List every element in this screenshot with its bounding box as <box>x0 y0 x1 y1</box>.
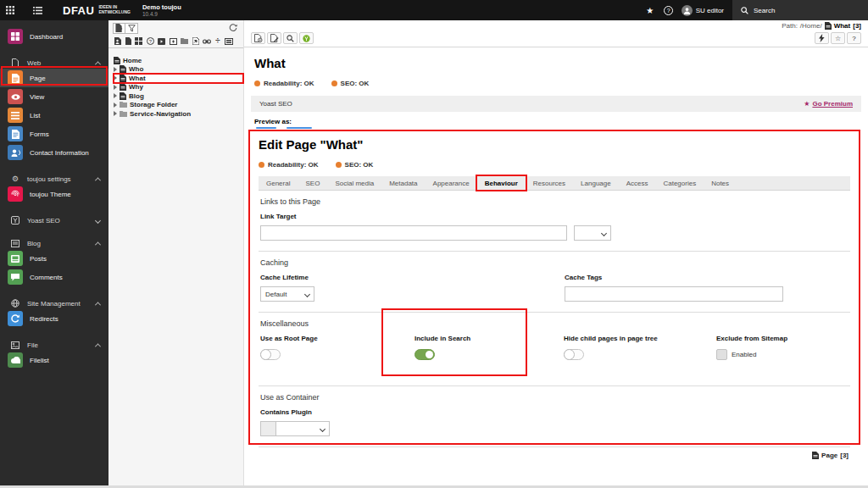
sidebar-section-toujou-settings[interactable]: ⚙ toujou settings <box>0 173 108 185</box>
tab-appearance[interactable]: Appearance <box>426 176 477 190</box>
page-person-icon[interactable] <box>114 37 121 45</box>
edit-page-button[interactable] <box>267 32 281 44</box>
use-as-root-page-toggle[interactable] <box>260 349 281 360</box>
sidebar-item-posts[interactable]: Posts <box>0 249 108 268</box>
sidebar-item-view[interactable]: View <box>0 87 108 106</box>
sidebar-item-label: Comments <box>30 274 63 281</box>
go-premium-link[interactable]: ★Go Premium <box>804 100 853 108</box>
exclude-from-sitemap-checkbox[interactable] <box>716 349 727 360</box>
tab-access[interactable]: Access <box>619 176 656 190</box>
sidebar-item-page[interactable]: Page <box>0 69 108 87</box>
site-version: 10.4.9 <box>142 11 181 17</box>
status-dot-icon <box>254 80 260 86</box>
help-icon[interactable]: ? <box>659 0 678 20</box>
help-button[interactable]: ? <box>847 32 861 44</box>
sidebar-item-toujou-theme[interactable]: toujou Theme <box>0 185 108 203</box>
sidebar-item-redirects[interactable]: Redirects <box>0 309 108 328</box>
cache-tags-input[interactable] <box>565 286 783 302</box>
content-area: Path: /Home/ What [3] ☆ ? What Readabili… <box>244 20 868 485</box>
cache-tags-label: Cache Tags <box>565 274 849 281</box>
new-page-button[interactable] <box>113 23 125 34</box>
cache-lightning-button[interactable] <box>815 32 829 44</box>
tree-item-what[interactable]: What <box>114 74 241 83</box>
tab-notes[interactable]: Notes <box>704 176 737 190</box>
path-page-id: [3] <box>853 22 861 30</box>
filter-button[interactable] <box>125 23 138 34</box>
sidebar-item-label: Posts <box>30 255 47 263</box>
expand-arrow-icon[interactable] <box>114 85 117 90</box>
cache-lifetime-label: Cache Lifetime <box>260 274 565 281</box>
site-info: Demo toujou 10.4.9 <box>142 3 181 17</box>
contains-plugin-label: Contains Plugin <box>260 408 849 416</box>
expand-arrow-icon[interactable] <box>114 111 117 116</box>
tree-item-storage-folder[interactable]: Storage Folder <box>114 101 241 110</box>
sidebar-item-list[interactable]: List <box>0 106 108 125</box>
sidebar-section-web[interactable]: Web <box>0 57 108 69</box>
tab-social-media[interactable]: Social media <box>327 176 381 190</box>
tree-item-why[interactable]: Why <box>114 83 241 92</box>
link-target-input[interactable] <box>260 225 567 241</box>
sidebar-section-file[interactable]: File <box>0 339 108 351</box>
view-page-button[interactable] <box>251 32 265 44</box>
sidebar-section-yoast-seo[interactable]: Yoast SEO <box>0 214 108 226</box>
user-menu[interactable]: SU editor <box>678 0 732 20</box>
fingerprint-icon <box>8 186 23 202</box>
sidebar-item-dashboard[interactable]: Dashboard <box>0 27 108 46</box>
sidebar-section-blog[interactable]: Blog <box>0 237 108 249</box>
tree-item-blog[interactable]: Blog <box>114 92 241 101</box>
menu-box-icon[interactable] <box>225 38 233 45</box>
tab-behaviour[interactable]: Behaviour <box>477 176 526 190</box>
tab-categories[interactable]: Categories <box>655 176 704 190</box>
sidebar-item-label: Redirects <box>30 315 58 323</box>
posts-icon <box>8 251 23 266</box>
tree-item-who[interactable]: Who <box>114 65 241 75</box>
expand-arrow-icon[interactable] <box>114 67 117 72</box>
tab-general[interactable]: General <box>259 176 298 190</box>
tree-item-home[interactable]: Home <box>114 56 241 65</box>
grid-icon[interactable] <box>135 37 142 45</box>
sidebar-item-filelist[interactable]: Filelist <box>0 351 108 369</box>
tab-metadata[interactable]: Metadata <box>381 176 425 190</box>
contains-plugin-select[interactable] <box>275 421 330 436</box>
tree-item-service-navigation[interactable]: Service-Navigation <box>114 109 241 119</box>
shortcut-page-icon[interactable] <box>192 37 199 45</box>
edit-page-form-annotation: Edit Page "What" Readability: OK SEO: OK… <box>248 130 860 445</box>
sidebar-item-forms[interactable]: Forms <box>0 125 108 143</box>
divider-icon[interactable]: ÷ <box>215 37 221 45</box>
section-miscellaneous: Miscellaneous Use as Root Page Include i… <box>259 313 850 386</box>
image-icon <box>10 341 20 349</box>
video-icon[interactable] <box>158 38 165 45</box>
yoast-button[interactable] <box>299 32 314 44</box>
hide-child-pages-toggle[interactable] <box>564 349 584 360</box>
bookmark-button[interactable]: ☆ <box>831 32 845 44</box>
plus-box-icon[interactable] <box>170 38 177 45</box>
tab-language[interactable]: Language <box>573 176 619 190</box>
sidebar-item-contact-information[interactable]: Contact Information <box>0 143 108 162</box>
page-icon[interactable] <box>125 37 131 45</box>
search-input[interactable]: Search <box>732 0 868 20</box>
folder-icon[interactable] <box>181 38 188 44</box>
module-list-icon[interactable] <box>27 0 47 20</box>
include-in-search-toggle[interactable] <box>415 349 435 360</box>
new-page-drag-area: ? ÷ <box>108 35 243 48</box>
sidebar-section-site-management[interactable]: Site Management <box>0 297 108 309</box>
readability-status: Readability: OK <box>259 161 319 169</box>
link-icon[interactable] <box>203 39 211 44</box>
docheader-right-buttons: ☆ ? <box>815 32 861 44</box>
sidebar-item-label: Filelist <box>30 357 49 364</box>
apps-grid-icon[interactable] <box>0 0 20 20</box>
refresh-icon[interactable] <box>227 23 239 34</box>
link-target-select[interactable] <box>574 225 611 241</box>
bookmark-star-icon[interactable]: ★ <box>641 0 659 20</box>
search-button[interactable] <box>283 32 298 44</box>
cache-lifetime-select[interactable]: Default <box>260 286 314 302</box>
question-icon[interactable]: ? <box>147 37 154 45</box>
expand-arrow-icon[interactable] <box>114 93 117 98</box>
sidebar-item-comments[interactable]: Comments <box>0 268 108 286</box>
tree-item-label: Why <box>129 83 143 91</box>
expand-arrow-icon[interactable] <box>114 75 117 80</box>
sidebar-item-label: Contact Information <box>30 149 89 157</box>
expand-arrow-icon[interactable] <box>114 103 117 108</box>
tab-resources[interactable]: Resources <box>526 176 573 190</box>
tab-seo[interactable]: SEO <box>298 176 327 190</box>
